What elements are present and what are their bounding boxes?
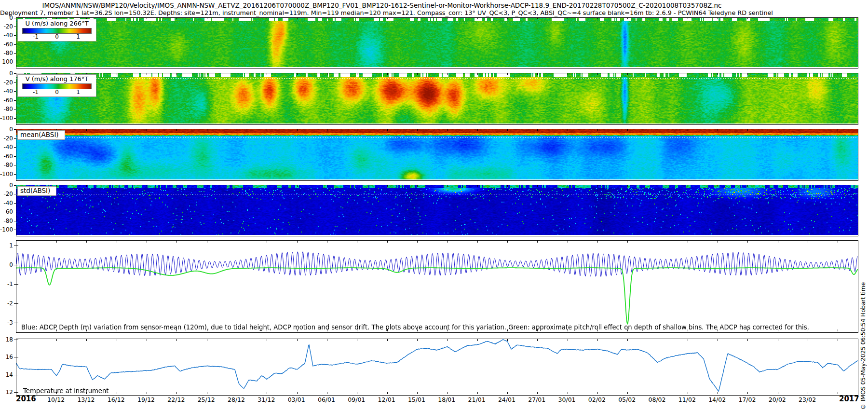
x-axis-date-label: 02/02 [586,396,608,403]
colorbar-tick-zero: 0 [55,89,59,96]
y-axis-tick-mark [14,340,16,340]
x-axis-year-start: 2016 [16,395,36,403]
colorbar-tick-plus1: 1 [76,89,80,96]
y-axis-tick-mark [14,53,16,54]
y-axis-tick-label: -40 [0,200,13,206]
x-axis-date-label: 05/02 [616,396,638,403]
u-colorbar-tick-labels: -1 0 1 [20,34,94,40]
y-axis-tick-mark [14,284,16,285]
u-legend-label: U (m/s) along 266°T [20,20,94,27]
panel-v-velocity: V (m/s) along 176°T -1 0 1 [16,73,858,125]
y-axis-tick-label: -3 [0,319,13,326]
figure-title-filename: IMOS/ANMN/NSW/BMP120/Velocity/IMOS_ANMN-… [0,1,764,9]
u-velocity-heatmap [16,18,858,67]
y-axis-tick-label: 16 [0,354,13,360]
v-colorbar-legend: V (m/s) along 176°T -1 0 1 [17,74,96,97]
x-axis-date-label: 28/12 [225,396,247,403]
y-axis-tick-label: -2 [0,300,13,307]
panel-temperature: Temperature at instrument [16,339,858,396]
y-axis-tick-label: -60 [0,97,13,104]
y-axis-tick-label: 1 [0,242,13,249]
y-axis-tick-mark [14,303,16,304]
x-axis-date-label: 24/01 [496,396,518,403]
x-axis-date-label: 14/02 [706,396,728,403]
y-axis-tick-mark [14,109,16,109]
y-axis-tick-mark [14,147,16,148]
depth-variation-lineplot [16,241,858,331]
x-axis-date-label: 03/01 [285,396,308,403]
y-axis-tick-mark [14,73,16,74]
x-axis-date-label: 31/12 [255,396,277,403]
y-axis-tick-label: -100 [0,58,13,65]
x-axis-date-label: 17/02 [736,396,758,403]
temperature-lineplot [16,339,858,394]
colorbar-tick-minus1: -1 [33,89,39,96]
x-axis-date-label: 19/12 [135,396,157,403]
panel-mean-absi: mean(ABSI) [16,129,858,181]
x-axis-date-label: 10/12 [45,396,67,403]
adcp-deployment-summary-figure: IMOS/ANMN/NSW/BMP120/Velocity/IMOS_ANMN-… [0,0,868,410]
y-axis-tick-mark [14,357,16,357]
panel-depth-variation: Blue: ADCP Depth (m) variation from sens… [16,240,858,333]
y-axis-tick-label: -20 [0,23,13,30]
y-axis-tick-mark [14,194,16,194]
y-axis-tick-mark [14,100,16,101]
v-legend-label: V (m/s) along 176°T [20,75,94,83]
y-axis-tick-label: 0 [0,70,13,77]
y-axis-tick-mark [14,185,16,186]
y-axis-tick-mark [14,82,16,83]
std-absi-label: std(ABSI) [17,186,56,196]
x-axis-date-label: 12/01 [376,396,398,403]
y-axis-tick-label: -60 [0,153,13,160]
x-axis-date-label: 20/02 [766,396,788,403]
mean-absi-label: mean(ABSI) [17,130,65,140]
y-axis-tick-label: 0 [0,126,13,133]
imos-attribution-timestamp: © IMOS 05-May-2025 06:50:54 Hobart time [860,225,867,410]
colorbar-tick-minus1: -1 [33,33,39,40]
y-axis-tick-label: -80 [0,218,13,224]
y-axis-tick-mark [14,174,16,175]
temperature-label: Temperature at instrument [23,387,109,395]
x-axis-date-label: 09/01 [345,396,367,403]
y-axis-tick-mark [14,392,16,393]
x-axis-date-label: 23/02 [796,396,818,403]
x-axis-date-label: 13/12 [75,396,97,403]
x-axis-year-end: 2017 [839,395,859,403]
y-axis-tick-label: -60 [0,41,13,48]
y-axis-tick-label: 0 [0,182,13,189]
y-axis-tick-label: -20 [0,191,13,197]
y-axis-tick-mark [14,230,16,230]
x-axis-date-label: 22/12 [165,396,187,403]
y-axis-tick-label: 0 [0,14,13,21]
y-axis-tick-label: -1 [0,281,13,287]
x-axis-date-label: 15/01 [406,396,428,403]
y-axis-tick-mark [14,156,16,157]
x-axis-date-label: 06/01 [315,396,338,403]
x-axis-date-label: 11/02 [676,396,698,403]
y-axis-tick-label: -80 [0,106,13,112]
x-axis-date-label: 18/01 [435,396,458,403]
y-axis-tick-label: -40 [0,88,13,95]
y-axis-tick-label: -80 [0,162,13,168]
y-axis-tick-mark [14,375,16,375]
y-axis-tick-mark [14,18,16,18]
y-axis-tick-label: -20 [0,79,13,86]
y-axis-tick-mark [14,118,16,119]
y-axis-tick-label: -40 [0,32,13,39]
y-axis-tick-label: 12 [0,389,13,396]
u-colorbar-legend: U (m/s) along 266°T -1 0 1 [17,19,96,41]
x-axis-date-label: 16/12 [105,396,127,403]
mean-absi-heatmap [16,129,858,179]
colorbar-tick-zero: 0 [55,33,59,40]
y-axis-tick-label: -80 [0,50,13,56]
depth-variation-caption: Blue: ADCP Depth (m) variation from sens… [21,324,809,331]
y-axis-tick-mark [14,129,16,130]
y-axis-tick-mark [14,62,16,62]
y-axis-tick-mark [14,212,16,212]
figure-subtitle-deployment-info: Deployment 7, member 1 lat=36.2S lon=150… [0,9,760,16]
y-axis-tick-label: 18 [0,336,13,343]
y-axis-tick-label: -60 [0,208,13,215]
v-colorbar-tick-labels: -1 0 1 [20,89,94,96]
y-axis-tick-mark [14,91,16,92]
std-absi-heatmap [16,185,858,235]
